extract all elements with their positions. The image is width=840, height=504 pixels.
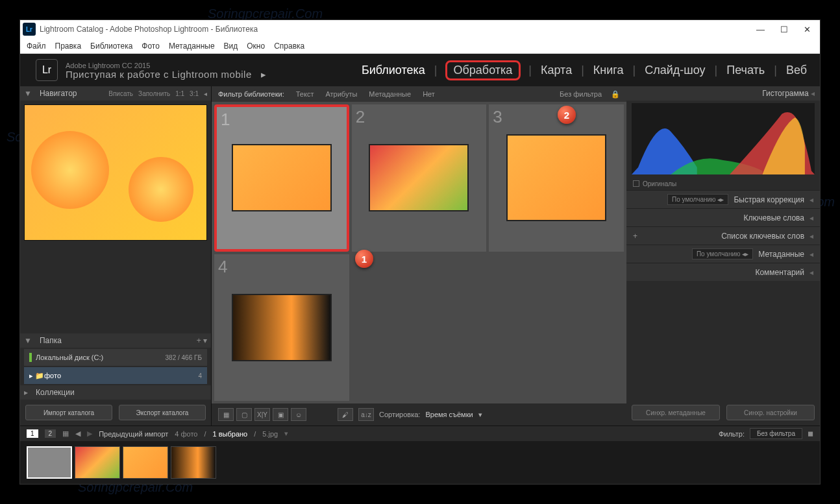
navigator-preview[interactable] [24, 104, 207, 241]
library-filter-bar: Фильтр библиотеки: Текст Атрибуты Метада… [212, 86, 626, 102]
photo-count: 4 фото [175, 430, 197, 438]
module-book[interactable]: Книга [592, 61, 625, 80]
nav-fit[interactable]: Вписать [108, 90, 133, 97]
view-grid-icon[interactable]: ▦ [218, 408, 234, 421]
filter-text[interactable]: Текст [296, 90, 314, 98]
nav-3to1[interactable]: 3:1 [190, 90, 199, 97]
navigator-title: Навигатор [40, 89, 77, 98]
callout-1: 1 [355, 250, 373, 268]
keyword-list-header[interactable]: + Список ключевых слов◂ [626, 226, 820, 245]
filmstrip-thumb-3[interactable] [123, 446, 168, 479]
originals-checkbox[interactable] [633, 180, 639, 187]
thumbnail-1 [233, 145, 330, 210]
grid-cell-2[interactable]: 2 [352, 104, 487, 252]
source-label[interactable]: Предыдущий импорт [99, 430, 168, 438]
quick-develop-header[interactable]: По умолчанию ◂▸ Быстрая коррекция◂ [626, 190, 820, 208]
nav-fwd-icon[interactable]: ▶ [87, 429, 92, 438]
filter-attr[interactable]: Атрибуты [325, 90, 357, 98]
filmstrip-thumb-2[interactable] [75, 446, 120, 479]
thumbnail-2 [370, 145, 467, 210]
grid-cell-1[interactable]: 1 [214, 104, 349, 252]
filmstrip-filter-dropdown[interactable]: Без фильтра [750, 428, 802, 439]
nav-zoom-dropdown-icon[interactable]: ◂ [204, 90, 207, 97]
sort-label: Сортировка: [379, 411, 420, 418]
disk-row[interactable]: Локальный диск (C:) 382 / 466 ГБ [24, 349, 207, 366]
navigator-header[interactable]: ▼ Навигатор Вписать Заполнить 1:1 3:1 ◂ [20, 86, 211, 101]
module-header: Lr Adobe Lightroom CC 2015 Приступая к р… [20, 54, 820, 86]
module-web[interactable]: Веб [785, 61, 808, 80]
thumbnail-3 [508, 136, 605, 220]
comment-header[interactable]: Комментарий◂ [626, 263, 820, 281]
painter-icon[interactable]: 🖌 [338, 408, 353, 421]
identity-line2b[interactable]: Lightroom mobile [172, 69, 252, 80]
sort-dir-icon[interactable]: a↓z [358, 408, 374, 421]
menu-edit[interactable]: Правка [55, 42, 82, 51]
folder-row[interactable]: ▸ 📁 фото 4 [24, 367, 207, 384]
filter-lock-icon[interactable]: 🔒 [611, 90, 620, 99]
minimize-button[interactable]: — [756, 25, 765, 34]
metadata-header[interactable]: По умолчанию ◂▸ Метаданные◂ [626, 245, 820, 263]
nav-1to1[interactable]: 1:1 [175, 90, 184, 97]
disk-size: 382 / 466 ГБ [166, 354, 202, 361]
monitor-2-button[interactable]: 2 [45, 429, 56, 438]
menu-metadata[interactable]: Метаданные [169, 42, 215, 51]
originals-label: Оригиналы [643, 180, 676, 187]
filmstrip-thumb-4[interactable] [171, 446, 216, 479]
view-compare-icon[interactable]: X|Y [254, 408, 270, 421]
selected-count: 1 выбрано [213, 430, 248, 438]
view-loupe-icon[interactable]: ▢ [236, 408, 252, 421]
monitor-1-button[interactable]: 1 [27, 429, 38, 438]
grid-cell-4[interactable]: 4 [214, 254, 349, 402]
callout-2: 2 [558, 106, 576, 124]
nav-fill[interactable]: Заполнить [138, 90, 170, 97]
module-print[interactable]: Печать [725, 61, 766, 80]
import-catalog-button[interactable]: Импорт каталога [25, 405, 112, 420]
folder-header[interactable]: ▼ Папка + ▾ [20, 333, 211, 348]
keywords-header[interactable]: Ключевые слова◂ [626, 208, 820, 226]
metadata-preset-dropdown[interactable]: По умолчанию ◂▸ [692, 248, 753, 259]
sync-metadata-button[interactable]: Синхр. метаданные [632, 405, 720, 420]
filter-lock-icon[interactable]: ◼ [808, 429, 813, 438]
filter-none[interactable]: Нет [423, 90, 435, 98]
right-panel: Гистограмма ◂ Оригиналы По умолчанию ◂▸ [626, 86, 820, 426]
maximize-button[interactable]: ☐ [780, 25, 788, 34]
source-dropdown-icon[interactable]: ▾ [284, 429, 288, 438]
menubar: Файл Правка Библиотека Фото Метаданные В… [20, 38, 820, 54]
filmstrip[interactable] [20, 441, 820, 484]
menu-help[interactable]: Справка [274, 42, 304, 51]
folder-icon: ▸ 📁 [29, 372, 44, 380]
sync-settings-button[interactable]: Синхр. настройки [726, 405, 815, 420]
menu-file[interactable]: Файл [27, 42, 46, 51]
grid-small-icon[interactable]: ▦ [62, 429, 69, 438]
histogram-header[interactable]: Гистограмма ◂ [626, 86, 820, 101]
collections-header[interactable]: ▸ Коллекции [20, 385, 211, 400]
preset-dropdown[interactable]: По умолчанию ◂▸ [667, 194, 728, 205]
menu-view[interactable]: Вид [224, 42, 238, 51]
module-map[interactable]: Карта [539, 61, 573, 80]
export-catalog-button[interactable]: Экспорт каталога [119, 405, 206, 420]
filter-preset[interactable]: Без фильтра [560, 90, 602, 98]
view-people-icon[interactable]: ☺ [291, 408, 306, 421]
sort-value[interactable]: Время съёмки [425, 411, 473, 418]
grid-toolbar: ▦ ▢ X|Y ▣ ☺ 🖌 a↓z Сортировка: Время съём… [212, 403, 626, 426]
grid-cell-empty [352, 254, 487, 402]
menu-library[interactable]: Библиотека [90, 42, 132, 51]
menu-window[interactable]: Окно [247, 42, 265, 51]
sort-dropdown-icon[interactable]: ▾ [478, 411, 482, 419]
center-panel: Фильтр библиотеки: Текст Атрибуты Метада… [212, 86, 626, 426]
view-survey-icon[interactable]: ▣ [273, 408, 288, 421]
nav-back-icon[interactable]: ◀ [75, 429, 80, 438]
close-button[interactable]: ✕ [804, 25, 811, 34]
filter-label: Фильтр библиотеки: [218, 90, 284, 98]
histogram[interactable] [632, 103, 815, 174]
filmstrip-thumb-1[interactable] [27, 446, 72, 479]
lr-logo: Lr [36, 59, 58, 81]
module-develop[interactable]: Обработка [445, 60, 521, 80]
module-library[interactable]: Библиотека [360, 61, 426, 80]
titlebar[interactable]: Lr Lightroom Catalog - Adobe Photoshop L… [20, 20, 820, 38]
filter-meta[interactable]: Метаданные [369, 90, 411, 98]
module-slideshow[interactable]: Слайд-шоу [643, 61, 706, 80]
menu-photo[interactable]: Фото [142, 42, 160, 51]
histogram-title: Гистограмма [762, 89, 808, 98]
grid-cell-3[interactable]: 3 [489, 104, 624, 252]
